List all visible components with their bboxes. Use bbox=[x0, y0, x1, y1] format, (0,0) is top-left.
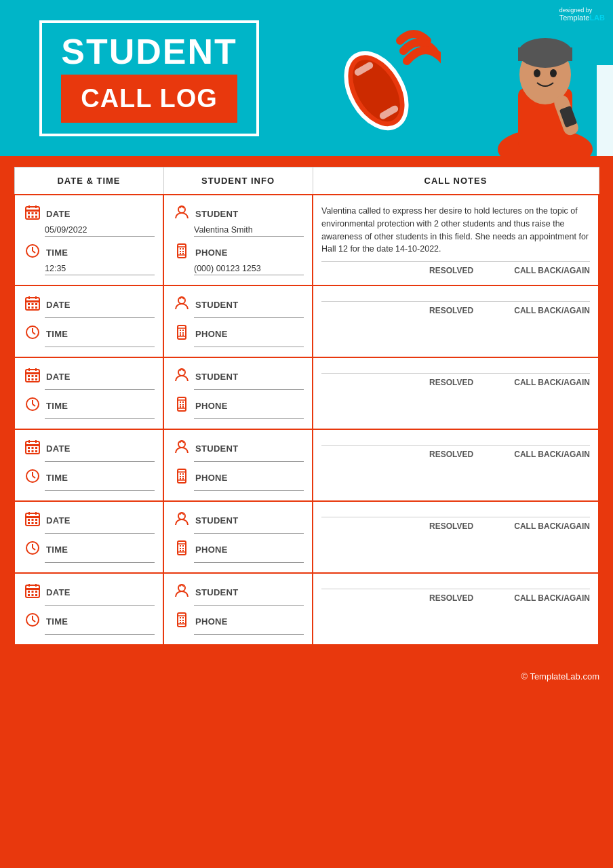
svg-rect-90 bbox=[32, 450, 34, 452]
phone-label: PHONE bbox=[195, 401, 228, 411]
svg-rect-106 bbox=[26, 516, 39, 518]
svg-rect-104 bbox=[182, 478, 184, 479]
svg-rect-34 bbox=[180, 253, 181, 254]
svg-rect-50 bbox=[178, 326, 186, 339]
svg-point-9 bbox=[534, 69, 540, 77]
svg-rect-66 bbox=[28, 378, 30, 380]
svg-rect-67 bbox=[32, 378, 34, 380]
svg-rect-146 bbox=[182, 617, 184, 618]
svg-rect-78 bbox=[180, 404, 181, 406]
svg-rect-17 bbox=[28, 212, 30, 214]
date-line: DATE bbox=[23, 511, 155, 530]
student-label: STUDENT bbox=[195, 587, 239, 597]
title-student: STUDENT bbox=[61, 34, 237, 69]
svg-point-118 bbox=[178, 513, 185, 519]
cell-datetime: DATE 05/09/2022 TIME 12:35 bbox=[14, 195, 163, 285]
svg-rect-19 bbox=[35, 212, 37, 214]
cell-student: STUDENT Valentina Smith bbox=[163, 195, 313, 285]
phone-line: PHONE bbox=[172, 397, 304, 415]
time-value bbox=[45, 489, 155, 491]
cell-notes: Valentina called to express her desire t… bbox=[313, 195, 599, 285]
cell-notes: RESOLVED CALL BACK/AGAIN bbox=[313, 429, 599, 501]
call-log-table: DATE & TIME STUDENT INFO CALL NOTES bbox=[14, 167, 599, 646]
student-label: STUDENT bbox=[195, 515, 239, 526]
student-icon bbox=[172, 511, 191, 530]
footer: © TemplateLab.com bbox=[0, 666, 613, 687]
student-label: STUDENT bbox=[195, 209, 239, 219]
svg-rect-147 bbox=[180, 620, 181, 621]
svg-line-140 bbox=[33, 620, 35, 622]
svg-rect-32 bbox=[180, 251, 181, 252]
phone-line: PHONE bbox=[172, 540, 304, 559]
svg-rect-79 bbox=[182, 404, 184, 406]
phone-icon bbox=[172, 243, 191, 262]
table-row: DATE 05/09/2022 TIME 12:35 bbox=[14, 195, 599, 285]
svg-point-49 bbox=[178, 297, 185, 304]
svg-rect-60 bbox=[26, 372, 39, 374]
notes-text: Valentina called to express her desire t… bbox=[321, 205, 590, 256]
time-value bbox=[45, 633, 155, 635]
time-label: TIME bbox=[46, 401, 68, 411]
notes-actions: RESOLVED CALL BACK/AGAIN bbox=[321, 517, 590, 531]
calendar-icon bbox=[23, 439, 42, 458]
calendar-icon bbox=[23, 511, 42, 530]
svg-rect-30 bbox=[180, 248, 181, 250]
svg-rect-125 bbox=[182, 548, 184, 549]
header-right: Calls recorded by: Joanna Doe bbox=[298, 0, 613, 156]
time-label: TIME bbox=[46, 248, 68, 258]
date-value bbox=[45, 460, 155, 462]
svg-rect-86 bbox=[28, 447, 30, 449]
svg-line-71 bbox=[33, 404, 35, 406]
cell-notes: RESOLVED CALL BACK/AGAIN bbox=[313, 357, 599, 429]
svg-rect-102 bbox=[182, 476, 184, 477]
date-label: DATE bbox=[46, 300, 71, 310]
date-label: DATE bbox=[46, 372, 71, 382]
clock-icon bbox=[23, 469, 42, 487]
phone-icon bbox=[172, 397, 191, 415]
student-icon bbox=[172, 583, 191, 601]
table-row: DATE TIME bbox=[14, 501, 599, 573]
resolved-label: RESOLVED bbox=[429, 266, 473, 275]
brand-designed: designed by bbox=[559, 7, 593, 14]
phone-value bbox=[194, 489, 304, 491]
phone-line: PHONE bbox=[172, 325, 304, 343]
svg-rect-109 bbox=[28, 519, 30, 521]
svg-rect-63 bbox=[28, 375, 30, 377]
svg-rect-112 bbox=[28, 522, 30, 524]
svg-rect-145 bbox=[180, 617, 181, 618]
svg-point-26 bbox=[178, 206, 185, 213]
date-value bbox=[45, 532, 155, 534]
date-line: DATE bbox=[23, 583, 155, 601]
date-line: DATE bbox=[23, 439, 155, 458]
cell-notes: RESOLVED CALL BACK/AGAIN bbox=[313, 573, 599, 645]
recorder-info: Calls recorded by: Joanna Doe bbox=[597, 65, 613, 156]
svg-rect-133 bbox=[32, 591, 34, 593]
student-name-value bbox=[194, 388, 304, 390]
student-line: STUDENT bbox=[172, 205, 304, 223]
clock-icon bbox=[23, 612, 42, 631]
copyright-label: © TemplateLab.com bbox=[521, 671, 599, 682]
cell-datetime: DATE TIME bbox=[14, 501, 163, 573]
time-line: TIME bbox=[23, 612, 155, 631]
calendar-icon bbox=[23, 368, 42, 386]
student-name-value: Valentina Smith bbox=[194, 225, 304, 237]
time-label: TIME bbox=[46, 473, 68, 483]
date-label: DATE bbox=[46, 587, 71, 597]
date-label: DATE bbox=[46, 209, 71, 219]
svg-line-94 bbox=[33, 476, 35, 478]
date-line: DATE bbox=[23, 205, 155, 223]
svg-rect-134 bbox=[35, 591, 37, 593]
time-line: TIME bbox=[23, 540, 155, 559]
resolved-label: RESOLVED bbox=[429, 378, 473, 387]
svg-rect-18 bbox=[32, 212, 34, 214]
svg-rect-113 bbox=[32, 522, 34, 524]
svg-rect-20 bbox=[28, 216, 30, 218]
phone-value bbox=[194, 561, 304, 563]
svg-rect-55 bbox=[180, 332, 181, 334]
resolved-label: RESOLVED bbox=[429, 450, 473, 459]
date-value bbox=[45, 604, 155, 606]
date-label: DATE bbox=[46, 515, 71, 526]
student-name-value bbox=[194, 532, 304, 534]
svg-point-95 bbox=[178, 441, 185, 448]
main-content: DATE & TIME STUDENT INFO CALL NOTES bbox=[0, 156, 613, 666]
